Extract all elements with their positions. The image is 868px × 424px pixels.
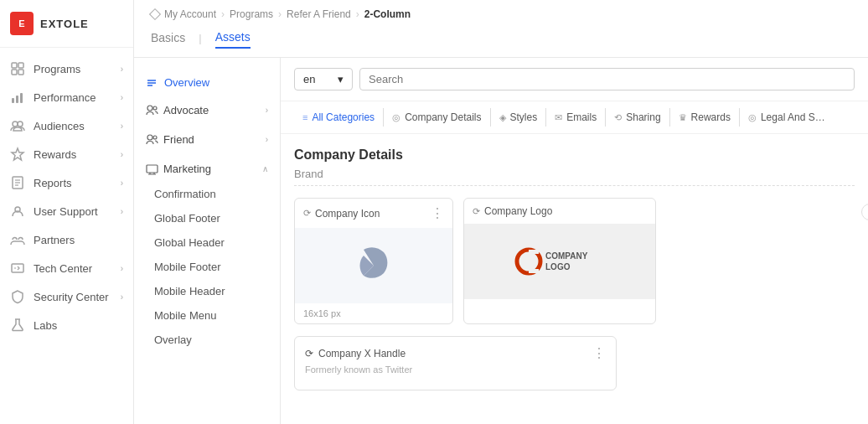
svg-point-23 xyxy=(147,135,152,140)
friend-icon xyxy=(146,133,158,146)
company-logo-image: COMPANY LOGO xyxy=(514,240,606,282)
svg-rect-6 xyxy=(20,93,23,103)
svg-point-22 xyxy=(153,106,157,110)
marketing-sub-mobile-header[interactable]: Mobile Header xyxy=(134,279,280,303)
breadcrumb-refer-a-friend[interactable]: Refer A Friend xyxy=(287,8,351,20)
labs-icon xyxy=(10,318,25,333)
tech-center-icon xyxy=(10,261,25,276)
svg-rect-25 xyxy=(147,165,158,173)
cat-label-all: All Categories xyxy=(312,111,375,123)
company-icon-menu-button[interactable]: ⋮ xyxy=(431,205,444,221)
advocate-label: Advocate xyxy=(163,104,209,116)
breadcrumb-diamond-icon xyxy=(149,8,161,20)
cat-label-company-details: Company Details xyxy=(405,111,481,123)
marketing-icon xyxy=(146,163,158,175)
sidebar-item-partners[interactable]: Partners xyxy=(0,225,133,254)
sidebar-item-programs[interactable]: Programs › xyxy=(0,54,133,83)
cat-tab-legal[interactable]: ◎ Legal And S… xyxy=(740,108,834,127)
advocate-header[interactable]: Advocate › xyxy=(134,97,280,123)
svg-marker-9 xyxy=(12,148,23,160)
labs-label: Labs xyxy=(34,319,57,332)
legal-icon: ◎ xyxy=(748,112,757,123)
friend-chevron-icon: › xyxy=(266,135,268,144)
cat-tab-rewards[interactable]: ♛ Rewards xyxy=(670,108,740,127)
sidebar-item-performance[interactable]: Performance › xyxy=(0,83,133,111)
styles-icon: ◈ xyxy=(499,112,506,123)
company-icon-subtitle: 16x16 px xyxy=(295,303,452,323)
handle-sync-icon: ⟳ xyxy=(305,348,313,359)
breadcrumb-my-account[interactable]: My Account xyxy=(164,8,216,20)
reports-label: Reports xyxy=(34,177,72,189)
tab-basics[interactable]: Basics xyxy=(151,28,185,48)
handle-menu-button[interactable]: ⋮ xyxy=(592,345,606,361)
marketing-chevron-icon: ∧ xyxy=(262,164,268,173)
rewards-icon xyxy=(10,147,25,162)
cat-label-sharing: Sharing xyxy=(626,111,660,123)
svg-rect-1 xyxy=(18,63,23,68)
cat-label-emails: Emails xyxy=(566,111,597,123)
content-area: Overview Advocate › xyxy=(134,58,868,424)
cat-tab-company-details[interactable]: ◎ Company Details xyxy=(384,108,490,127)
svg-rect-2 xyxy=(12,70,17,75)
sidebar-item-security-center[interactable]: Security Center › xyxy=(0,282,133,311)
friend-header[interactable]: Friend › xyxy=(134,127,280,153)
company-icon-title: Company Icon xyxy=(315,208,380,220)
marketing-header[interactable]: Marketing ∧ xyxy=(134,156,280,182)
performance-label: Performance xyxy=(34,91,96,104)
left-panel: Overview Advocate › xyxy=(134,58,281,424)
breadcrumb-current: 2-Column xyxy=(364,8,411,20)
cat-tab-emails[interactable]: ✉ Emails xyxy=(546,108,606,127)
svg-rect-5 xyxy=(16,96,18,103)
rewards-cat-icon: ♛ xyxy=(679,112,687,123)
advocate-icon xyxy=(146,104,158,116)
sidebar: E EXTOLE ‹ Programs › Performance › xyxy=(0,0,134,424)
svg-rect-27 xyxy=(529,250,539,254)
section-sub: Brand xyxy=(294,168,855,186)
company-logo-card: ⟳ Company Logo xyxy=(463,198,656,324)
company-logo-card-header: ⟳ Company Logo xyxy=(464,199,655,224)
marketing-sub-confirmation[interactable]: Confirmation xyxy=(134,182,280,206)
breadcrumb: My Account › Programs › Refer A Friend ›… xyxy=(151,8,851,20)
sidebar-item-rewards[interactable]: Rewards › xyxy=(0,140,133,168)
svg-text:COMPANY: COMPANY xyxy=(545,251,588,261)
overview-item[interactable]: Overview xyxy=(134,68,280,97)
language-select[interactable]: en ▾ xyxy=(294,68,353,90)
company-handle-header: ⟳ Company X Handle ⋮ xyxy=(305,345,606,361)
sync-icon: ⟳ xyxy=(303,208,311,219)
marketing-sub-mobile-footer[interactable]: Mobile Footer xyxy=(134,255,280,279)
marketing-sub-global-footer[interactable]: Global Footer xyxy=(134,206,280,230)
svg-point-8 xyxy=(18,122,23,127)
security-center-chevron: › xyxy=(121,292,123,302)
audiences-label: Audiences xyxy=(34,120,85,132)
sidebar-item-reports[interactable]: Reports › xyxy=(0,168,133,197)
category-tabs: ≡ All Categories ◎ Company Details ◈ Sty… xyxy=(281,101,868,134)
section-content: Company Details Brand ⟳ Company Icon ⋮ xyxy=(281,134,868,404)
breadcrumb-programs[interactable]: Programs xyxy=(230,8,273,20)
tab-assets[interactable]: Assets xyxy=(215,27,251,49)
sidebar-item-tech-center[interactable]: Tech Center › xyxy=(0,254,133,282)
marketing-sub-mobile-menu[interactable]: Mobile Menu xyxy=(134,303,280,328)
cat-label-rewards: Rewards xyxy=(691,111,731,123)
user-support-label: User Support xyxy=(34,205,98,218)
cat-tab-all-categories[interactable]: ≡ All Categories xyxy=(294,108,384,127)
svg-rect-15 xyxy=(12,264,23,272)
sidebar-item-user-support[interactable]: User Support › xyxy=(0,197,133,225)
cat-tab-styles[interactable]: ◈ Styles xyxy=(491,108,547,127)
programs-chevron: › xyxy=(121,65,123,74)
sidebar-item-labs[interactable]: Labs xyxy=(0,311,133,339)
language-chevron-icon: ▾ xyxy=(338,73,344,85)
marketing-sub-global-header[interactable]: Global Header xyxy=(134,230,280,255)
cat-label-legal: Legal And S… xyxy=(761,111,825,123)
emails-icon: ✉ xyxy=(555,112,562,123)
svg-point-24 xyxy=(153,136,157,139)
handle-subtitle: Formerly known as Twitter xyxy=(305,365,606,375)
company-handle-section: ⟳ Company X Handle ⋮ Formerly known as T… xyxy=(294,336,617,390)
search-input[interactable] xyxy=(359,68,855,90)
partners-icon xyxy=(10,232,25,247)
company-logo-sync-icon: ⟳ xyxy=(473,206,480,217)
cat-tab-sharing[interactable]: ⟲ Sharing xyxy=(606,108,669,127)
sidebar-item-audiences[interactable]: Audiences › xyxy=(0,111,133,140)
programs-label: Programs xyxy=(34,63,80,75)
overview-icon xyxy=(146,77,158,89)
marketing-sub-overlay[interactable]: Overlay xyxy=(134,328,280,352)
